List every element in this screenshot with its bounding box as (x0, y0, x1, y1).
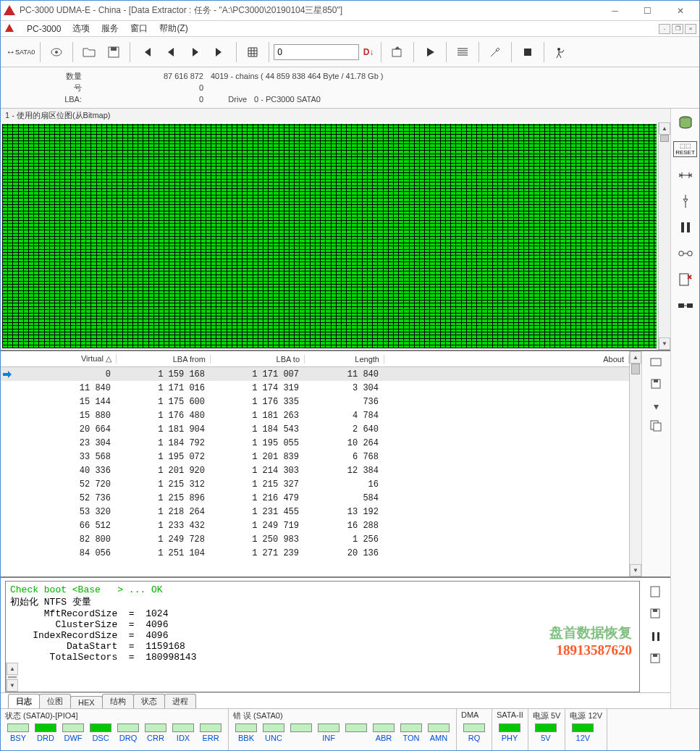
table-row[interactable]: 66 5121 233 4321 249 71916 288 (1, 519, 629, 532)
tab-2[interactable]: HEX (70, 696, 103, 708)
table-row[interactable]: 53 3201 218 2641 231 45513 192 (1, 505, 629, 519)
table-row[interactable]: 20 6641 181 9041 184 5432 640 (1, 422, 629, 436)
last-button[interactable] (208, 41, 232, 64)
side-save-button[interactable] (649, 378, 664, 393)
led-DSC: DSC (88, 722, 114, 742)
tab-1[interactable]: 位图 (39, 694, 71, 708)
titlebar[interactable]: PC-3000 UDMA-E - China - [Data Extractor… (1, 1, 699, 21)
menu-options[interactable]: 选项 (72, 22, 90, 35)
side-open-button[interactable] (649, 356, 664, 371)
menu-help[interactable]: 帮助(Z) (159, 22, 187, 35)
svg-rect-14 (653, 609, 657, 612)
lba-input[interactable] (274, 44, 359, 60)
table-scroll-down[interactable]: ▼ (630, 564, 641, 576)
connector-icon[interactable] (675, 297, 696, 314)
log-save2-button[interactable] (649, 653, 663, 668)
log-pause-button[interactable] (649, 630, 663, 645)
svg-rect-3 (111, 47, 117, 51)
log-copy-button[interactable] (649, 585, 663, 600)
stop-button[interactable] (516, 41, 539, 64)
table-row[interactable]: 82 8001 249 7281 250 9831 256 (1, 532, 629, 546)
pause-icon[interactable] (675, 219, 696, 236)
goto-lba-button[interactable]: D↓ (360, 41, 376, 64)
grid-toggle-button[interactable] (241, 41, 264, 64)
maximize-button[interactable]: ☐ (631, 2, 664, 20)
tab-3[interactable]: 结构 (102, 694, 134, 708)
close-button[interactable]: ✕ (664, 2, 696, 20)
measure-icon[interactable] (675, 167, 696, 184)
sector-bitmap[interactable] (2, 124, 657, 348)
app-icon-small (5, 24, 15, 34)
tab-4[interactable]: 状态 (133, 694, 165, 708)
menu-service[interactable]: 服务 (101, 22, 119, 35)
log-scrollbar[interactable]: ▲▼ (6, 663, 18, 692)
delete-doc-icon[interactable] (675, 271, 696, 288)
mdi-restore-button[interactable]: ❐ (672, 24, 683, 34)
scroll-up-button[interactable]: ▲ (659, 122, 670, 135)
svg-point-6 (557, 48, 560, 51)
table-row[interactable]: 40 3361 201 9201 214 30312 384 (1, 463, 629, 477)
app-icon (4, 5, 15, 17)
bitmap-title: 1 - 使用的扇区位图(从Bitmap) (1, 109, 670, 122)
bitmap-scrollbar[interactable]: ▲ ▼ (658, 122, 670, 350)
table-scroll-up[interactable]: ▲ (630, 351, 641, 364)
table-body[interactable]: 01 159 1681 171 00711 84011 8401 171 016… (1, 367, 629, 576)
led-blank (343, 722, 369, 742)
play-button[interactable] (418, 41, 442, 64)
col-about[interactable]: About (384, 355, 629, 364)
first-button[interactable] (135, 41, 158, 64)
app-window: PC-3000 UDMA-E - China - [Data Extractor… (0, 0, 700, 751)
chain-icon[interactable] (675, 245, 696, 262)
minimize-button[interactable]: ─ (599, 2, 631, 20)
status-group-g4: SATA-IIPHY (492, 709, 528, 750)
status-group-g6: 电源 12V12V (565, 709, 607, 750)
next-button[interactable] (184, 41, 207, 64)
led-UNC: UNC (261, 722, 287, 742)
status-group-g5: 电源 5V5V (528, 709, 566, 750)
log-side-toolbar (641, 578, 670, 692)
save-button[interactable] (102, 41, 125, 64)
menu-app-label[interactable]: PC-3000 (27, 24, 61, 34)
table-row[interactable]: 23 3041 184 7921 195 05510 264 (1, 436, 629, 450)
sata0-button[interactable]: ↔SATA0 (5, 41, 35, 64)
table-row[interactable]: 01 159 1681 171 00711 840 (1, 367, 629, 381)
table-row[interactable]: 84 0561 251 1041 271 23920 136 (1, 546, 629, 560)
col-virtual[interactable]: Virtual △ (15, 354, 117, 364)
table-row[interactable]: 52 7361 215 8961 216 479584 (1, 491, 629, 505)
mdi-minimize-button[interactable]: - (659, 24, 670, 34)
table-scrollbar[interactable]: ▲ ▼ (629, 351, 641, 576)
log-save-button[interactable] (649, 608, 663, 623)
open-button[interactable] (77, 41, 101, 64)
log-output[interactable]: Check boot <Base > ... OK 初始化 NTFS 变量 Mf… (6, 582, 639, 663)
led-IDX: IDX (170, 722, 196, 742)
tab-5[interactable]: 进程 (164, 694, 196, 708)
col-lbato[interactable]: LBA to (211, 355, 305, 364)
col-lbafrom[interactable]: LBA from (117, 355, 211, 364)
table-row[interactable]: 15 8801 176 4801 181 2634 784 (1, 408, 629, 422)
reset-button[interactable]: ⬚⬚RESET (675, 140, 696, 158)
table-row[interactable]: 15 1441 175 6001 176 335736 (1, 395, 629, 408)
mdi-close-button[interactable]: × (685, 24, 696, 34)
watermark: 盘首数据恢复18913587620 (549, 624, 632, 658)
side-dropdown-icon[interactable]: ▾ (654, 400, 659, 412)
table-row[interactable]: 33 5681 195 0721 201 8396 768 (1, 450, 629, 463)
col-length[interactable]: Length (305, 355, 384, 364)
pin-icon[interactable] (675, 193, 696, 210)
table-row[interactable]: 52 7201 215 3121 215 32716 (1, 477, 629, 491)
scroll-down-button[interactable]: ▼ (659, 337, 670, 350)
list-button[interactable] (451, 41, 474, 64)
right-toolbar: ⬚⬚RESET (670, 109, 699, 708)
drive-icon[interactable] (675, 114, 696, 132)
export-button[interactable] (386, 41, 409, 64)
tools-button[interactable] (484, 41, 507, 64)
prev-button[interactable] (159, 41, 182, 64)
led-5V: 5V (533, 722, 559, 742)
led-blank (288, 722, 314, 742)
exit-button[interactable] (549, 41, 572, 64)
drive-settings-button[interactable] (45, 41, 68, 64)
table-row[interactable]: 11 8401 171 0161 174 3193 304 (1, 381, 629, 395)
side-copy-button[interactable] (649, 419, 664, 435)
status-group-g2: 错 误 (SATA0)BBKUNCINFABRTONAMN (229, 709, 457, 750)
tab-0[interactable]: 日志 (8, 694, 40, 708)
menu-window[interactable]: 窗口 (130, 22, 148, 35)
